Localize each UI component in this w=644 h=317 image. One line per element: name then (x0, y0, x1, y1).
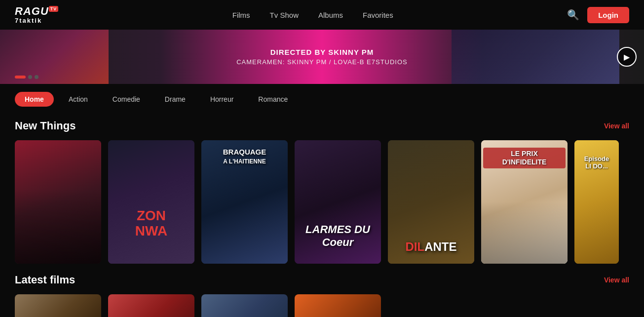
hero-pagination (15, 75, 38, 79)
film-card-4[interactable] (295, 294, 381, 317)
movie-card-5[interactable]: DILANTE (388, 140, 474, 264)
latest-films-section: Latest films View all (0, 274, 644, 317)
logo: RAGUTV 7taktik (15, 6, 58, 24)
movie-title-episode: EpisodeLI DO... (576, 155, 617, 170)
nav-films[interactable]: Films (232, 11, 250, 19)
new-things-header: New Things View all (15, 119, 629, 132)
latest-films-view-all[interactable]: View all (604, 276, 629, 284)
new-things-movies: ZONNWA BRAQUAGEA L'HAITIENNE LARMES DUCo… (15, 140, 629, 264)
nav-albums[interactable]: Albums (318, 11, 343, 19)
header: RAGUTV 7taktik Films Tv Show Albums Favo… (0, 0, 644, 30)
movie-title-zon-nwa: ZONNWA (112, 208, 190, 239)
film-card-3[interactable] (201, 294, 288, 317)
hero-directed: DIRECTED BY SKINNY PM (236, 48, 408, 56)
latest-films-header: Latest films View all (15, 274, 629, 286)
nav-favorites[interactable]: Favorites (363, 11, 393, 19)
movie-card-6[interactable]: LE PRIXD'INFIDELITE (481, 140, 568, 264)
tab-action[interactable]: Action (59, 92, 98, 107)
tv-badge: TV (49, 6, 59, 12)
movie-card-1[interactable] (15, 140, 101, 264)
latest-films-row (15, 294, 629, 317)
hero-text: DIRECTED BY SKINNY PM CAMERAMEN: SKINNY … (236, 48, 408, 66)
hero-cameramen: CAMERAMEN: SKINNY PM / LOVAE-B E7STUDIOS (236, 58, 408, 66)
dot-inactive-1 (28, 75, 32, 79)
film-card-2[interactable] (108, 294, 194, 317)
main-nav: Films Tv Show Albums Favorites (232, 11, 393, 19)
movie-card-4[interactable]: LARMES DUCoeur (295, 140, 381, 264)
hero-banner: DIRECTED BY SKINNY PM CAMERAMEN: SKINNY … (0, 30, 644, 84)
nav-tv-show[interactable]: Tv Show (270, 11, 299, 19)
logo-bottom: 7taktik (15, 17, 42, 24)
tab-comedie[interactable]: Comedie (103, 92, 150, 107)
movie-title-larmes: LARMES DUCoeur (297, 223, 379, 249)
hero-play-button[interactable]: ▶ (617, 47, 637, 67)
login-button[interactable]: Login (587, 7, 629, 23)
dot-active (15, 76, 26, 79)
header-actions: 🔍 Login (567, 7, 629, 23)
search-button[interactable]: 🔍 (567, 9, 579, 21)
movie-card-2[interactable]: ZONNWA (108, 140, 194, 264)
search-icon: 🔍 (567, 9, 579, 20)
film-card-1[interactable] (15, 294, 101, 317)
play-icon: ▶ (624, 52, 630, 62)
new-things-view-all[interactable]: View all (604, 122, 629, 130)
logo-top: RAGUTV (15, 6, 58, 17)
new-things-section: New Things View all ZONNWA BRAQUAGEA L'H… (0, 115, 644, 274)
new-things-title: New Things (15, 119, 76, 132)
tab-romance[interactable]: Romance (248, 92, 298, 107)
genre-tabs: Home Action Comedie Drame Horreur Romanc… (0, 84, 644, 115)
tab-horreur[interactable]: Horreur (200, 92, 243, 107)
tab-home[interactable]: Home (15, 92, 54, 107)
movie-card-7[interactable]: EpisodeLI DO... (574, 140, 619, 264)
tab-drame[interactable]: Drame (155, 92, 195, 107)
movie-title-diamante: DILANTE (388, 240, 474, 254)
hero-right-image (452, 30, 619, 84)
movie-title-prix: LE PRIXD'INFIDELITE (483, 148, 566, 168)
dot-inactive-2 (35, 75, 38, 79)
movie-title-braquage: BRAQUAGEA L'HAITIENNE (201, 148, 288, 165)
latest-films-title: Latest films (15, 274, 75, 286)
movie-card-3[interactable]: BRAQUAGEA L'HAITIENNE (201, 140, 288, 264)
